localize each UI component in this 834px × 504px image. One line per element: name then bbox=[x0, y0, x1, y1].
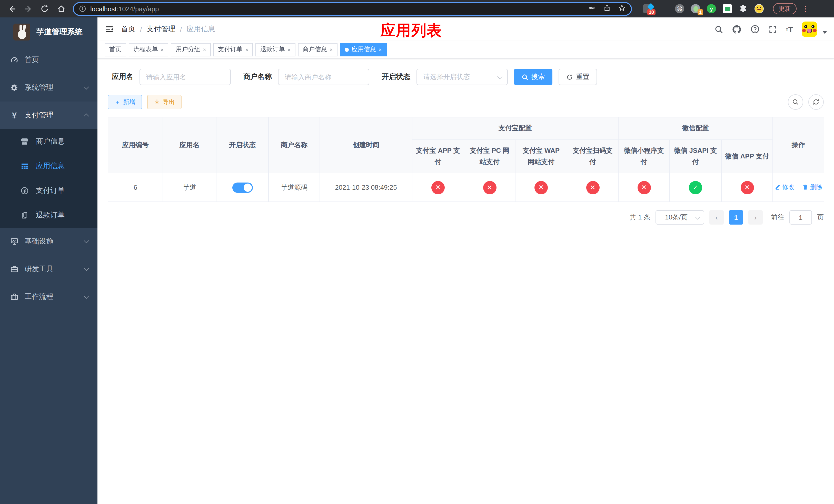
url-bar[interactable]: localhost:1024/pay/app bbox=[73, 2, 632, 16]
fullscreen-icon[interactable] bbox=[768, 25, 777, 33]
chevron-down-icon bbox=[84, 294, 89, 299]
refresh-table-button[interactable] bbox=[808, 94, 824, 110]
command-extension-icon[interactable]: ⌘ bbox=[675, 4, 684, 13]
tab-支付订单[interactable]: 支付订单× bbox=[213, 43, 253, 56]
sidebar-item-system[interactable]: 系统管理 bbox=[0, 74, 97, 101]
tab-label: 应用信息 bbox=[351, 45, 376, 54]
merchant-name-input[interactable] bbox=[278, 69, 369, 85]
cell-alipay-pc: ✕ bbox=[464, 173, 515, 202]
next-page-button[interactable]: › bbox=[748, 210, 763, 225]
tab-label: 商户信息 bbox=[303, 45, 327, 54]
export-button[interactable]: 导出 bbox=[147, 95, 181, 109]
close-tab-icon[interactable]: × bbox=[245, 46, 248, 52]
sidebar-item-merchant-info[interactable]: 商户信息 bbox=[0, 129, 97, 154]
breadcrumb-home[interactable]: 首页 bbox=[121, 25, 135, 34]
sidebar-item-label: 退款订单 bbox=[36, 211, 65, 220]
home-icon[interactable] bbox=[54, 2, 68, 15]
pagination-total: 共 1 条 bbox=[630, 213, 650, 222]
cell-app-name: 芋道 bbox=[163, 173, 216, 202]
subcol-header: 支付宝扫码支付 bbox=[567, 140, 618, 173]
add-button[interactable]: ＋ 新增 bbox=[108, 95, 142, 109]
tab-退款订单[interactable]: 退款订单× bbox=[256, 43, 295, 56]
pinned-extension-icon[interactable]: 10 bbox=[643, 4, 653, 13]
sidebar-item-dev-tools[interactable]: 研发工具 bbox=[0, 255, 97, 283]
search-button[interactable]: 搜索 bbox=[514, 69, 552, 85]
tab-流程表单[interactable]: 流程表单× bbox=[129, 43, 169, 56]
cell-actions: 修改 删除 bbox=[773, 173, 824, 202]
page-size-select[interactable]: 10条/页 bbox=[656, 210, 704, 225]
sidebar-item-label: 工作流程 bbox=[25, 292, 53, 301]
goto-page-input[interactable] bbox=[789, 210, 812, 225]
tab-用户分组[interactable]: 用户分组× bbox=[171, 43, 211, 56]
status-toggle[interactable] bbox=[232, 182, 253, 192]
diamond-extension-icon[interactable] bbox=[659, 4, 668, 13]
subcol-header: 支付宝 APP 支付 bbox=[412, 140, 464, 173]
close-tab-icon[interactable]: × bbox=[203, 46, 206, 52]
cell-status bbox=[216, 173, 268, 202]
close-tab-icon[interactable]: × bbox=[287, 46, 291, 52]
tab-首页[interactable]: 首页 bbox=[105, 43, 126, 56]
help-icon[interactable] bbox=[750, 25, 760, 34]
forward-icon[interactable] bbox=[22, 2, 35, 15]
page-number-button[interactable]: 1 bbox=[729, 210, 743, 225]
sidebar-logo[interactable]: 芋道管理系统 bbox=[0, 18, 97, 46]
page-suffix: 页 bbox=[817, 213, 824, 222]
table-toolbar: ＋ 新增 导出 bbox=[108, 94, 824, 110]
font-size-icon[interactable]: тT bbox=[786, 25, 793, 33]
app-name-input[interactable] bbox=[139, 69, 231, 85]
cell-alipay-app: ✕ bbox=[412, 173, 464, 202]
cell-wechat-lite: ✕ bbox=[618, 173, 670, 202]
tab-应用信息[interactable]: 应用信息× bbox=[340, 43, 387, 56]
prev-page-button[interactable]: ‹ bbox=[709, 210, 724, 225]
sidebar-fold-icon[interactable] bbox=[105, 25, 114, 34]
breadcrumb-payment[interactable]: 支付管理 bbox=[147, 25, 175, 34]
browser-update-button[interactable]: 更新 bbox=[773, 3, 796, 14]
puzzle-extensions-icon[interactable] bbox=[739, 4, 748, 13]
header-search-icon[interactable] bbox=[715, 25, 723, 33]
sidebar-item-pay-order[interactable]: 支付订单 bbox=[0, 178, 97, 203]
profile-extension-icon[interactable]: 1 bbox=[691, 4, 700, 13]
sidebar-item-infrastructure[interactable]: 基础设施 bbox=[0, 228, 97, 255]
disabled-cross-icon: ✕ bbox=[483, 181, 496, 194]
active-tab-dot bbox=[345, 47, 349, 51]
reset-button[interactable]: 重置 bbox=[558, 69, 597, 85]
sidebar-item-label: 基础设施 bbox=[25, 237, 53, 246]
status-select[interactable]: 请选择开启状态 bbox=[416, 69, 508, 85]
github-icon[interactable] bbox=[732, 24, 742, 34]
disabled-cross-icon: ✕ bbox=[534, 181, 548, 194]
y-extension-icon[interactable]: y bbox=[707, 4, 716, 13]
goto-label: 前往 bbox=[771, 213, 784, 222]
subcol-header: 微信小程序支付 bbox=[618, 140, 670, 173]
close-tab-icon[interactable]: × bbox=[378, 46, 382, 52]
share-icon[interactable] bbox=[603, 4, 611, 14]
sidebar-item-label: 商户信息 bbox=[36, 137, 65, 146]
chat-extension-icon[interactable] bbox=[723, 4, 732, 13]
close-tab-icon[interactable]: × bbox=[330, 46, 333, 52]
yen-icon: ¥ bbox=[10, 111, 19, 119]
edit-button[interactable]: 修改 bbox=[774, 183, 794, 192]
sidebar-item-app-info[interactable]: 应用信息 bbox=[0, 154, 97, 178]
tab-label: 流程表单 bbox=[133, 45, 158, 54]
site-info-icon[interactable] bbox=[79, 5, 86, 12]
delete-button[interactable]: 删除 bbox=[803, 183, 822, 192]
toggle-search-button[interactable] bbox=[788, 94, 803, 110]
user-avatar[interactable] bbox=[802, 22, 817, 37]
sidebar-item-payment[interactable]: ¥支付管理 bbox=[0, 101, 97, 129]
sidebar-item-workflow[interactable]: 工作流程 bbox=[0, 283, 97, 311]
sidebar-item-refund-order[interactable]: 退款订单 bbox=[0, 203, 97, 228]
col-group-alipay: 支付宝配置 bbox=[412, 117, 618, 140]
bookmark-star-icon[interactable] bbox=[618, 4, 626, 14]
back-icon[interactable] bbox=[5, 2, 19, 15]
chevron-up-icon bbox=[84, 114, 89, 119]
tab-商户信息[interactable]: 商户信息× bbox=[298, 43, 338, 56]
close-tab-icon[interactable]: × bbox=[160, 46, 164, 52]
password-key-icon[interactable] bbox=[588, 4, 596, 14]
reload-icon[interactable] bbox=[38, 2, 51, 15]
grid-icon bbox=[21, 162, 29, 170]
avatar-caret-icon[interactable] bbox=[823, 31, 827, 33]
subcol-header: 支付宝 PC 网站支付 bbox=[464, 140, 515, 173]
sidebar-item-home[interactable]: 首页 bbox=[0, 46, 97, 74]
browser-menu-icon[interactable]: ⋮ bbox=[802, 4, 810, 13]
url-text[interactable]: localhost:1024/pay/app bbox=[90, 5, 584, 13]
browser-profile-avatar[interactable] bbox=[754, 4, 764, 13]
